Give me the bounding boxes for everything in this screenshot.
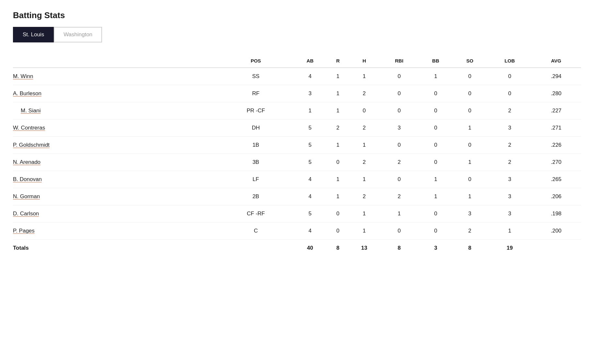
cell-rbi: 0: [381, 137, 420, 154]
cell-ab: 5: [294, 205, 328, 222]
cell-rbi: 0: [381, 171, 420, 188]
table-row: D. CarlsonCF -RF5011033.198: [13, 205, 581, 222]
table-row: A. BurlesonRF3120000.280: [13, 85, 581, 102]
col-rbi: RBI: [381, 54, 420, 68]
totals-rbi: 8: [381, 240, 420, 254]
cell-h: 0: [350, 102, 381, 119]
cell-h: 1: [350, 205, 381, 222]
cell-name[interactable]: A. Burleson: [13, 85, 220, 102]
cell-bb: 0: [420, 205, 454, 222]
cell-avg: .294: [534, 68, 581, 85]
page-title: Batting Stats: [13, 10, 581, 20]
cell-lob: 3: [488, 205, 534, 222]
cell-name[interactable]: M. Siani: [13, 102, 220, 119]
cell-ab: 4: [294, 171, 328, 188]
cell-rbi: 2: [381, 154, 420, 171]
cell-lob: 2: [488, 137, 534, 154]
player-name-link[interactable]: P. Pages: [13, 228, 35, 234]
cell-name[interactable]: P. Goldschmidt: [13, 137, 220, 154]
player-name-link[interactable]: P. Goldschmidt: [13, 142, 50, 148]
cell-ab: 3: [294, 85, 328, 102]
cell-name[interactable]: B. Donovan: [13, 171, 220, 188]
cell-r: 1: [328, 102, 350, 119]
cell-name[interactable]: N. Gorman: [13, 188, 220, 205]
cell-name[interactable]: W. Contreras: [13, 119, 220, 137]
cell-bb: 0: [420, 102, 454, 119]
col-ab: AB: [294, 54, 328, 68]
cell-so: 0: [454, 85, 488, 102]
col-so: SO: [454, 54, 488, 68]
cell-h: 2: [350, 119, 381, 137]
cell-pos: PR -CF: [220, 102, 294, 119]
cell-so: 1: [454, 154, 488, 171]
totals-h: 13: [350, 240, 381, 254]
player-name-link[interactable]: N. Arenado: [13, 159, 40, 165]
cell-r: 1: [328, 137, 350, 154]
player-name-link[interactable]: W. Contreras: [13, 125, 45, 131]
cell-bb: 1: [420, 171, 454, 188]
player-name-link[interactable]: D. Carlson: [13, 210, 39, 217]
cell-ab: 4: [294, 188, 328, 205]
cell-lob: 0: [488, 85, 534, 102]
cell-name[interactable]: P. Pages: [13, 222, 220, 240]
cell-pos: RF: [220, 85, 294, 102]
cell-lob: 3: [488, 171, 534, 188]
cell-r: 1: [328, 85, 350, 102]
cell-bb: 0: [420, 222, 454, 240]
player-name-link[interactable]: B. Donovan: [13, 176, 42, 182]
col-avg: AVG: [534, 54, 581, 68]
tab-washington[interactable]: Washington: [54, 27, 102, 42]
totals-pos: [220, 240, 294, 254]
cell-lob: 2: [488, 154, 534, 171]
player-name-link[interactable]: A. Burleson: [13, 90, 41, 97]
player-name-link[interactable]: N. Gorman: [13, 193, 40, 199]
cell-name[interactable]: M. Winn: [13, 68, 220, 85]
table-row: P. PagesC4010021.200: [13, 222, 581, 240]
cell-lob: 0: [488, 68, 534, 85]
cell-bb: 1: [420, 188, 454, 205]
tab-bar: St. Louis Washington: [13, 27, 581, 42]
cell-rbi: 2: [381, 188, 420, 205]
cell-avg: .200: [534, 222, 581, 240]
cell-r: 1: [328, 171, 350, 188]
cell-bb: 0: [420, 85, 454, 102]
cell-so: 0: [454, 137, 488, 154]
cell-rbi: 0: [381, 68, 420, 85]
col-bb: BB: [420, 54, 454, 68]
tab-stlouis[interactable]: St. Louis: [13, 27, 54, 42]
cell-h: 1: [350, 68, 381, 85]
table-row: N. Arenado3B5022012.270: [13, 154, 581, 171]
cell-pos: LF: [220, 171, 294, 188]
cell-name[interactable]: D. Carlson: [13, 205, 220, 222]
cell-ab: 5: [294, 119, 328, 137]
totals-bb: 3: [420, 240, 454, 254]
cell-ab: 4: [294, 222, 328, 240]
cell-r: 1: [328, 68, 350, 85]
totals-r: 8: [328, 240, 350, 254]
table-row: M. SianiPR -CF1100002.227: [13, 102, 581, 119]
cell-so: 2: [454, 222, 488, 240]
column-headers: POS AB R H RBI BB SO LOB AVG: [13, 54, 581, 68]
cell-rbi: 3: [381, 119, 420, 137]
cell-rbi: 0: [381, 222, 420, 240]
cell-pos: C: [220, 222, 294, 240]
cell-r: 2: [328, 119, 350, 137]
cell-avg: .270: [534, 154, 581, 171]
cell-so: 0: [454, 68, 488, 85]
cell-name[interactable]: N. Arenado: [13, 154, 220, 171]
col-lob: LOB: [488, 54, 534, 68]
cell-so: 1: [454, 188, 488, 205]
cell-pos: DH: [220, 119, 294, 137]
cell-ab: 5: [294, 137, 328, 154]
table-row: B. DonovanLF4110103.265: [13, 171, 581, 188]
player-name-link[interactable]: M. Siani: [13, 108, 40, 114]
cell-r: 0: [328, 205, 350, 222]
table-row: W. ContrerasDH5223013.271: [13, 119, 581, 137]
cell-h: 2: [350, 154, 381, 171]
cell-h: 1: [350, 222, 381, 240]
player-name-link[interactable]: M. Winn: [13, 73, 33, 79]
table-row: N. Gorman2B4122113.206: [13, 188, 581, 205]
cell-avg: .271: [534, 119, 581, 137]
totals-lob: 19: [488, 240, 534, 254]
cell-r: 0: [328, 222, 350, 240]
